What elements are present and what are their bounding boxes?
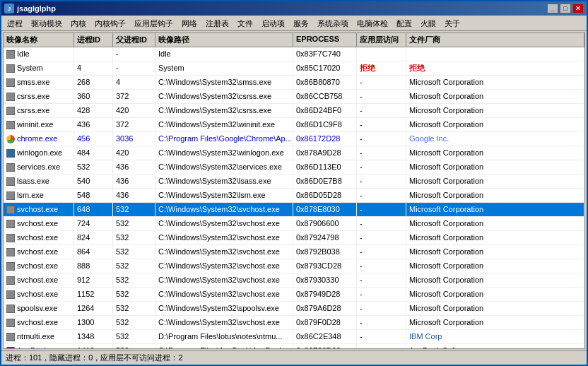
cell-pid: 428: [74, 104, 113, 117]
cell-ppid: 532: [113, 316, 155, 329]
cell-pid: 540: [74, 175, 113, 188]
table-row[interactable]: spoolsv.exe1264532C:\Windows\System32\sp…: [4, 302, 584, 316]
table-body[interactable]: Idle-Idle0x83F7C740System4-System0x85C17…: [4, 47, 584, 348]
cell-access: -: [357, 344, 406, 348]
cell-vendor: Microsoft Corporation: [406, 160, 584, 174]
table-row[interactable]: csrss.exe428420C:\Windows\System32\csrss…: [4, 104, 584, 118]
cell-name: csrss.exe: [4, 90, 74, 103]
cell-ppid: 532: [113, 231, 155, 244]
cell-name: ntmulti.exe: [4, 330, 74, 343]
menu-item-驱动模块[interactable]: 驱动模块: [27, 17, 66, 30]
cell-path: C:\Program Files\Google\Chrome\Ap...: [155, 132, 293, 146]
cell-eprocess: 0x87930330: [293, 273, 357, 287]
cell-name: System: [4, 61, 74, 75]
menu-item-启动项[interactable]: 启动项: [257, 17, 289, 30]
gray-icon: [6, 93, 15, 101]
cell-path: C:\Windows\System32\svchost.exe: [155, 203, 293, 216]
cell-eprocess: 0x878E8030: [293, 203, 357, 216]
table-row[interactable]: wininit.exe436372C:\Windows\System32\win…: [4, 118, 584, 132]
menu-item-服务[interactable]: 服务: [289, 17, 313, 30]
cell-name: wininit.exe: [4, 118, 74, 131]
header-vendor[interactable]: 文件厂商: [406, 33, 584, 47]
header-ppid[interactable]: 父进程ID: [113, 33, 155, 47]
cell-eprocess: 0x86D24BF0: [293, 104, 357, 117]
minimize-button[interactable]: _: [547, 4, 558, 13]
cell-pid: 864: [74, 245, 113, 259]
table-row[interactable]: lsass.exe540436C:\Windows\System32\lsass…: [4, 175, 584, 189]
cell-access: -: [357, 118, 406, 131]
table-row[interactable]: winlogon.exe484420C:\Windows\System32\wi…: [4, 146, 584, 160]
table-row[interactable]: svchost.exe864532C:\Windows\System32\svc…: [4, 245, 584, 259]
table-row[interactable]: smss.exe2684C:\Windows\System32\smss.exe…: [4, 76, 584, 90]
cell-access: -: [357, 245, 406, 259]
table-row[interactable]: chrome.exe4563036C:\Program Files\Google…: [4, 132, 584, 146]
menu-bar: 进程驱动模块内核内核钩子应用层钩子网络注册表文件启动项服务系统杂项电脑体检配置火…: [1, 16, 587, 31]
table-row[interactable]: ntmulti.exe1348532D:\Program Files\lotus…: [4, 330, 584, 344]
gray-icon: [6, 50, 15, 59]
table-row[interactable]: svchost.exe648532C:\Windows\System32\svc…: [4, 203, 584, 217]
cell-ppid: 436: [113, 175, 155, 188]
menu-item-电脑体检[interactable]: 电脑体检: [353, 17, 392, 30]
table-row[interactable]: System4-System0x85C17020拒绝拒绝: [4, 61, 584, 76]
table-row[interactable]: AnyDesk.exe1416532C:\Program Files\AnyDe…: [4, 344, 584, 348]
cell-eprocess: 0x879F0D28: [293, 316, 357, 329]
table-row[interactable]: svchost.exe912532C:\Windows\System32\svc…: [4, 273, 584, 288]
header-pid[interactable]: 进程ID: [74, 33, 113, 47]
menu-item-内核钩子[interactable]: 内核钩子: [90, 17, 130, 30]
cell-vendor: Microsoft Corporation: [406, 76, 584, 89]
gray-icon: [6, 121, 15, 129]
gray-icon: [6, 78, 15, 87]
cell-access: 拒绝: [357, 61, 406, 75]
cell-eprocess: 0x878A9D28: [293, 146, 357, 160]
table-row[interactable]: lsm.exe548436C:\Windows\System32\lsm.exe…: [4, 189, 584, 203]
menu-item-应用层钩子[interactable]: 应用层钩子: [130, 17, 177, 30]
cell-vendor: Microsoft Corporation: [406, 273, 584, 287]
close-button[interactable]: ✕: [572, 4, 584, 13]
cell-name: csrss.exe: [4, 104, 74, 117]
cell-path: C:\Windows\System32\svchost.exe: [155, 217, 293, 230]
menu-item-进程[interactable]: 进程: [3, 17, 27, 30]
menu-item-网络[interactable]: 网络: [177, 17, 201, 30]
header-name[interactable]: 映像名称: [4, 33, 74, 47]
cell-name: AnyDesk.exe: [4, 344, 74, 348]
cell-pid: 268: [74, 76, 113, 89]
table-row[interactable]: svchost.exe888532C:\Windows\System32\svc…: [4, 259, 584, 273]
table-row[interactable]: Idle-Idle0x83F7C740: [4, 47, 584, 61]
cell-ppid: 532: [113, 217, 155, 230]
cell-ppid: 372: [113, 90, 155, 103]
table-row[interactable]: svchost.exe1300532C:\Windows\System32\sv…: [4, 316, 584, 330]
table-row[interactable]: csrss.exe360372C:\Windows\System32\csrss…: [4, 90, 584, 104]
menu-item-配置[interactable]: 配置: [392, 17, 416, 30]
menu-item-内核[interactable]: 内核: [66, 17, 90, 30]
cell-eprocess: 0x879A6D28: [293, 302, 357, 315]
table-row[interactable]: svchost.exe724532C:\Windows\System32\svc…: [4, 217, 584, 231]
table-row[interactable]: svchost.exe1152532C:\Windows\System32\sv…: [4, 288, 584, 302]
cell-ppid: 532: [113, 344, 155, 348]
gray-icon: [6, 64, 15, 73]
cell-access: -: [357, 273, 406, 287]
maximize-button[interactable]: □: [560, 4, 571, 13]
menu-item-关于[interactable]: 关于: [440, 17, 464, 30]
cell-vendor: Google Inc.: [406, 132, 584, 146]
menu-item-系统杂项[interactable]: 系统杂项: [313, 17, 353, 30]
cell-path: C:\Windows\System32\svchost.exe: [155, 245, 293, 259]
cell-eprocess: 0x86D05D28: [293, 189, 357, 202]
cell-access: -: [357, 231, 406, 244]
cell-vendor: Microsoft Corporation: [406, 90, 584, 103]
cell-vendor: Microsoft Corporation: [406, 175, 584, 188]
cell-path: C:\Windows\System32\services.exe: [155, 160, 293, 174]
cell-pid: 548: [74, 189, 113, 202]
main-window: J jsaglglphp _ □ ✕ 进程驱动模块内核内核钩子应用层钩子网络注册…: [0, 0, 588, 366]
menu-item-文件[interactable]: 文件: [233, 17, 257, 30]
menu-item-火眼[interactable]: 火眼: [416, 17, 440, 30]
header-access[interactable]: 应用层访问: [357, 33, 406, 47]
header-eprocess[interactable]: EPROCESS: [293, 33, 357, 47]
table-row[interactable]: svchost.exe824532C:\Windows\System32\svc…: [4, 231, 584, 245]
header-path[interactable]: 映像路径: [155, 33, 293, 47]
table-row[interactable]: services.exe532436C:\Windows\System32\se…: [4, 160, 584, 175]
menu-item-注册表[interactable]: 注册表: [201, 17, 233, 30]
cell-ppid: 532: [113, 245, 155, 259]
cell-vendor: Microsoft Corporation: [406, 288, 584, 301]
cell-vendor: Microsoft Corporation: [406, 231, 584, 244]
cell-pid: 1416: [74, 344, 113, 348]
